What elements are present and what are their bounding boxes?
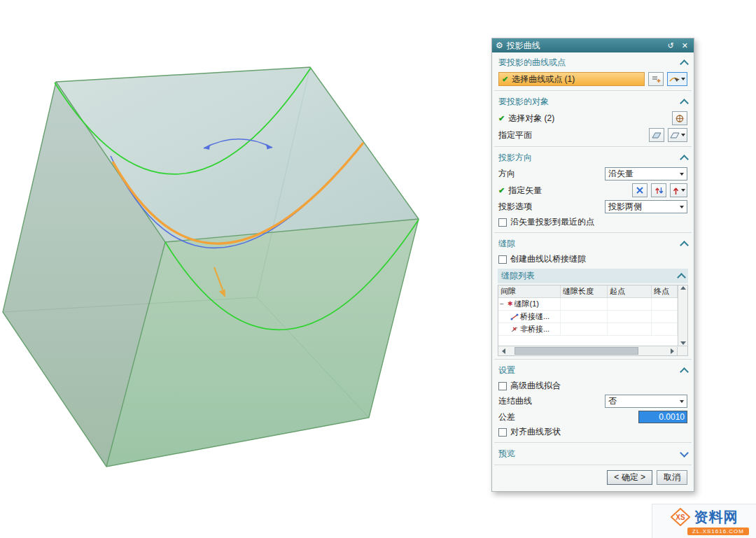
section-preview: 预览 [494, 444, 692, 465]
direction-value: 沿矢量 [608, 168, 634, 180]
gap-row-label: 缝隙(1) [514, 299, 539, 309]
scroll-up-icon[interactable] [680, 286, 686, 290]
section-title-direction: 投影方向 [498, 152, 532, 164]
gear-icon: ⚙ [496, 41, 503, 50]
section-header-preview[interactable]: 预览 [494, 444, 692, 462]
section-header-objects[interactable]: 要投影的对象 [494, 92, 692, 110]
join-curves-value: 否 [608, 395, 617, 407]
align-curve-shape-label: 对齐曲线形状 [510, 426, 687, 438]
dialog-reset-button[interactable]: ↺ [666, 42, 676, 50]
join-curves-combobox[interactable]: 否 [605, 395, 687, 408]
dialog-titlebar[interactable]: ⚙ 投影曲线 ↺ ✕ [492, 38, 694, 52]
tolerance-label: 公差 [498, 411, 635, 423]
select-face-button[interactable] [672, 111, 687, 125]
scrollbar-track[interactable] [508, 347, 667, 355]
gap-list-table: 间隙 缝隙长度 起点 终点 − ✱ 缝隙(1) [498, 285, 688, 356]
nearest-point-label: 沿矢量投影到最近的点 [510, 216, 687, 228]
vector-type-dropdown[interactable] [670, 183, 687, 197]
chevron-up-icon [680, 367, 689, 376]
check-icon: ✔ [498, 114, 505, 123]
gap-row-label: 非桥接... [520, 324, 550, 334]
gap-table-row[interactable]: − ✱ 缝隙(1) [498, 298, 678, 311]
watermark-site-url: ZL.XS1616.COM [687, 528, 749, 535]
chevron-down-icon [680, 400, 684, 403]
curve-list-button[interactable] [648, 72, 664, 86]
section-title-curves: 要投影的曲线或点 [498, 57, 566, 69]
direction-label: 方向 [498, 168, 601, 180]
select-curve-icon [669, 75, 680, 83]
chevron-down-icon [680, 173, 684, 176]
section-title-settings: 设置 [498, 364, 515, 376]
chevron-up-icon [680, 59, 689, 69]
vector-up-icon [672, 186, 680, 195]
tree-collapse-icon[interactable]: − [500, 301, 506, 308]
direction-combobox[interactable]: 沿矢量 [605, 167, 687, 180]
bridge-gap-label: 创建曲线以桥接缝隙 [510, 253, 687, 265]
scroll-down-icon[interactable] [680, 341, 686, 345]
chevron-up-icon [677, 273, 686, 282]
chevron-down-icon [681, 134, 685, 136]
section-curves-to-project: 要投影的曲线或点 ✔ 选择曲线或点 (1) [494, 53, 692, 91]
section-header-direction[interactable]: 投影方向 [494, 148, 692, 166]
section-header-settings[interactable]: 设置 [494, 361, 692, 378]
plane-dialog-button[interactable] [649, 128, 664, 142]
tolerance-input[interactable] [638, 411, 687, 423]
reverse-vector-button[interactable] [651, 183, 666, 197]
reverse-direction-icon [654, 186, 664, 195]
graphics-window[interactable] [0, 0, 490, 538]
check-icon: ✔ [498, 186, 505, 195]
column-header[interactable]: 间隙 [498, 285, 561, 297]
section-settings: 设置 高级曲线拟合 连结曲线 否 公差 [494, 361, 692, 443]
projection-option-label: 投影选项 [498, 201, 601, 213]
x-axis-icon [636, 186, 644, 194]
gap-row-label: 桥接缝... [520, 311, 550, 322]
chevron-down-icon [680, 448, 689, 458]
horizontal-scrollbar[interactable] [498, 346, 687, 355]
plane-type-dropdown[interactable] [668, 128, 687, 142]
select-face-icon [675, 114, 685, 123]
watermark: XS 资料网 ZL.XS1616.COM [652, 504, 756, 538]
select-curve-tool-button[interactable] [667, 72, 687, 86]
gap-table-row[interactable]: 桥接缝... [498, 311, 678, 323]
scrollbar-thumb[interactable] [514, 347, 638, 355]
specify-vector-label: 指定矢量 [508, 185, 629, 197]
non-bridge-gap-icon [510, 325, 519, 334]
section-header-gap[interactable]: 缝隙 [494, 234, 692, 252]
section-objects-to-project: 要投影的对象 ✔ 选择对象 (2) 指定平面 [494, 92, 692, 147]
select-curve-row[interactable]: ✔ 选择曲线或点 (1) [498, 72, 645, 86]
projection-option-combobox[interactable]: 投影两侧 [605, 200, 687, 213]
column-header[interactable]: 终点 [652, 285, 678, 297]
watermark-site-name: 资料网 [694, 508, 738, 527]
dialog-close-button[interactable]: ✕ [680, 42, 690, 50]
nearest-point-checkbox[interactable] [498, 218, 507, 227]
join-curves-label: 连结曲线 [498, 395, 601, 407]
column-header[interactable]: 缝隙长度 [561, 285, 608, 297]
chevron-up-icon [680, 241, 689, 250]
chevron-down-icon [680, 206, 684, 208]
gap-list-title: 缝隙列表 [501, 270, 535, 282]
project-curve-dialog: ⚙ 投影曲线 ↺ ✕ 要投影的曲线或点 ✔ 选择曲线或点 (1) [491, 38, 694, 492]
gap-table-row[interactable]: 非桥接... [498, 323, 678, 336]
watermark-logo-text: XS [676, 514, 685, 521]
select-object-label: 选择对象 (2) [508, 113, 668, 125]
section-header-curves[interactable]: 要投影的曲线或点 [494, 53, 692, 71]
dialog-button-row: < 确定 > 取消 [494, 467, 692, 489]
advanced-fit-checkbox[interactable] [498, 382, 507, 390]
cancel-button[interactable]: 取消 [657, 470, 687, 485]
section-title-objects: 要投影的对象 [498, 96, 549, 108]
vector-dialog-button[interactable] [632, 183, 648, 197]
scroll-left-button[interactable] [498, 347, 508, 355]
column-header[interactable]: 起点 [608, 285, 652, 297]
select-curve-label: 选择曲线或点 (1) [512, 73, 575, 85]
check-icon: ✔ [502, 75, 508, 84]
ok-button[interactable]: < 确定 > [607, 470, 652, 485]
vertical-scrollbar[interactable] [678, 285, 687, 346]
advanced-fit-label: 高级曲线拟合 [510, 380, 687, 392]
list-icon [651, 75, 661, 83]
gap-list-header[interactable]: 缝隙列表 [498, 269, 688, 283]
scroll-right-button[interactable] [667, 347, 677, 355]
bridge-gap-checkbox[interactable] [498, 255, 507, 264]
align-curve-shape-checkbox[interactable] [498, 428, 507, 437]
dialog-title: 投影曲线 [507, 40, 662, 52]
section-title-gap: 缝隙 [498, 238, 515, 250]
